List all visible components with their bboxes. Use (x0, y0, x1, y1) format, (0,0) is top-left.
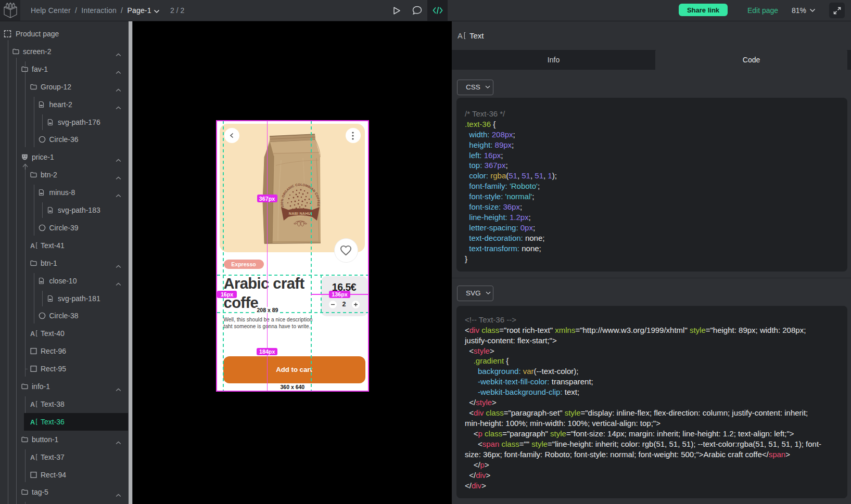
svg-text:A: A (30, 400, 35, 407)
svg-text:A: A (30, 418, 35, 425)
svg-text:A: A (30, 242, 35, 249)
svg-text:A: A (458, 32, 463, 40)
svg-text:A: A (30, 330, 35, 337)
svg-text:A: A (30, 454, 35, 460)
